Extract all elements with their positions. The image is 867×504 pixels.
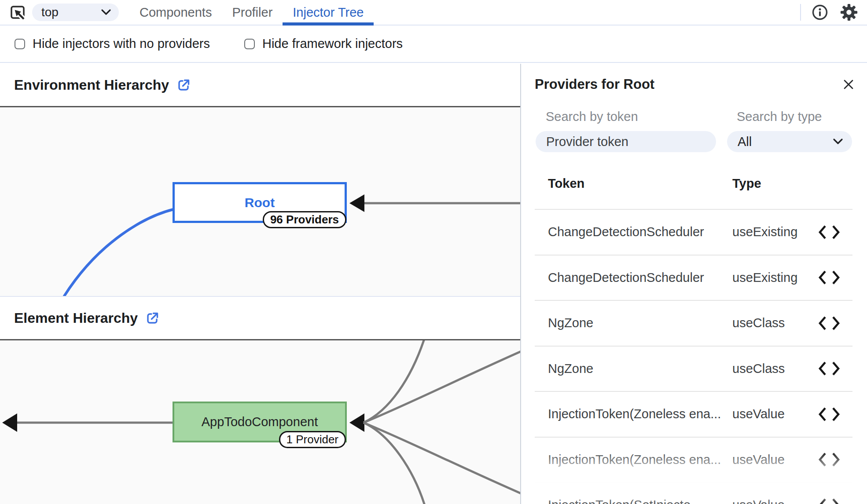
view-source-icon[interactable]: [818, 270, 840, 285]
inspect-element-button[interactable]: [9, 4, 26, 21]
open-in-new-icon: [146, 311, 159, 325]
top-actions: [800, 0, 867, 25]
tab-injector-tree[interactable]: Injector Tree: [283, 0, 374, 25]
injector-node-root-label: Root: [245, 195, 275, 210]
tab-profiler[interactable]: Profiler: [222, 0, 283, 25]
injector-graph-panel: Environment Hierarchy Root 96 Providers: [0, 64, 521, 504]
view-source-icon[interactable]: [818, 498, 840, 504]
type-filter-select[interactable]: All: [727, 131, 852, 152]
edge-child-3: [364, 423, 520, 494]
provider-row[interactable]: InjectionToken(Zoneless ena... useValue: [535, 391, 852, 437]
providers-table-body: ChangeDetectionScheduler useExisting Cha…: [535, 209, 852, 504]
view-source-icon[interactable]: [818, 407, 840, 422]
injector-node-root[interactable]: Root 96 Providers: [173, 182, 347, 223]
view-source-icon[interactable]: [818, 316, 840, 331]
provider-token: NgZone: [548, 362, 732, 376]
view-source-icon[interactable]: [818, 361, 840, 376]
provider-type: useClass: [732, 316, 818, 330]
environment-hierarchy-header: Environment Hierarchy: [0, 64, 520, 107]
hide-no-providers-checkbox[interactable]: [15, 39, 25, 49]
environment-hierarchy-title: Environment Hierarchy: [14, 77, 169, 93]
tab-components[interactable]: Components: [129, 0, 222, 25]
provider-type: useClass: [732, 362, 818, 376]
providers-table-header: Token Type: [535, 174, 852, 193]
type-filter-value: All: [738, 135, 752, 149]
view-source-icon[interactable]: [818, 225, 840, 240]
provider-row[interactable]: ChangeDetectionScheduler useExisting: [535, 209, 852, 255]
close-providers-button[interactable]: [842, 78, 855, 91]
search-by-type-label: Search by type: [737, 110, 822, 124]
tab-profiler-label: Profiler: [232, 5, 272, 20]
search-by-token-label: Search by token: [546, 110, 638, 124]
edge-root-child: [64, 209, 173, 296]
view-source-icon[interactable]: [818, 452, 840, 467]
inspect-element-icon: [9, 4, 26, 21]
provider-token: InjectionToken(Zoneless ena...: [548, 407, 732, 421]
frame-selector[interactable]: top: [32, 4, 119, 21]
providers-panel: Providers for Root Search by token Searc…: [521, 64, 867, 504]
angular-devtools-injector-tree: top Components Profiler Injector Tree: [0, 0, 867, 504]
providers-panel-title: Providers for Root: [535, 77, 654, 92]
settings-button[interactable]: [840, 3, 858, 22]
top-bar-divider: [800, 4, 801, 21]
open-environment-hierarchy-button[interactable]: [177, 78, 191, 92]
provider-type: useExisting: [732, 270, 818, 285]
providers-count-badge: 1 Provider: [279, 431, 346, 448]
providers-title-row: Providers for Root: [535, 74, 855, 95]
provider-row[interactable]: NgZone useClass: [535, 346, 852, 391]
element-hierarchy-title: Element Hierarchy: [14, 310, 138, 326]
edge-child-2: [364, 351, 520, 423]
provider-row[interactable]: InjectionToken(SetInjecto... useValue: [535, 482, 852, 504]
edge-arrowhead-right: [349, 413, 364, 432]
provider-token: NgZone: [548, 316, 732, 330]
hide-framework-label: Hide framework injectors: [262, 37, 403, 51]
element-hierarchy-header: Element Hierarchy: [0, 297, 520, 340]
injector-node-apptodocomponent[interactable]: AppTodoComponent 1 Provider: [173, 402, 347, 442]
provider-token: InjectionToken(Zoneless ena...: [548, 453, 732, 467]
provider-type: useValue: [732, 453, 818, 467]
provider-row[interactable]: NgZone useClass: [535, 300, 852, 346]
chevron-down-icon: [833, 138, 843, 145]
provider-type: useValue: [732, 407, 818, 421]
provider-row[interactable]: InjectionToken(Zoneless ena... useValue: [535, 437, 852, 482]
top-bar: top Components Profiler Injector Tree: [0, 0, 867, 26]
provider-token: ChangeDetectionScheduler: [548, 270, 732, 285]
frame-selector-value: top: [41, 5, 59, 19]
token-search-input[interactable]: [536, 131, 716, 152]
environment-hierarchy-graph: Root 96 Providers: [0, 107, 520, 297]
open-in-new-icon: [177, 78, 191, 92]
close-icon: [842, 78, 855, 91]
filter-bar: Hide injectors with no providers Hide fr…: [0, 26, 867, 63]
injector-node-apptodocomponent-label: AppTodoComponent: [202, 415, 318, 429]
provider-token: ChangeDetectionScheduler: [548, 225, 732, 239]
element-hierarchy-graph: AppTodoComponent 1 Provider: [0, 340, 520, 504]
info-icon: [812, 4, 828, 21]
provider-row[interactable]: ChangeDetectionScheduler useExisting: [535, 255, 852, 300]
tab-components-label: Components: [140, 5, 212, 20]
providers-count-badge: 96 Providers: [263, 211, 346, 228]
gear-icon: [840, 3, 858, 22]
token-column-header: Token: [548, 176, 732, 191]
tab-injector-tree-label: Injector Tree: [293, 5, 364, 20]
provider-token: InjectionToken(SetInjecto...: [548, 498, 732, 504]
edge-arrowhead: [349, 194, 364, 212]
edge-arrowhead-left: [2, 413, 17, 432]
hide-no-providers-label: Hide injectors with no providers: [33, 37, 210, 51]
provider-type: useExisting: [732, 225, 818, 239]
info-button[interactable]: [812, 4, 828, 21]
type-column-header: Type: [732, 176, 852, 191]
open-element-hierarchy-button[interactable]: [146, 311, 159, 325]
chevron-down-icon: [101, 9, 111, 16]
hide-framework-checkbox[interactable]: [244, 39, 255, 49]
main-tabs: Components Profiler Injector Tree: [129, 0, 374, 25]
provider-type: useValue: [732, 498, 818, 504]
